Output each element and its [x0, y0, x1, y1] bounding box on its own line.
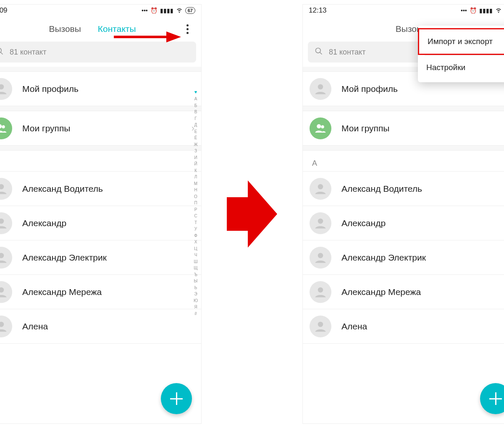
contact-row[interactable]: Александр Электрик — [303, 240, 504, 275]
contact-row[interactable]: Александр Электрик — [0, 240, 201, 275]
index-letter[interactable]: Ё — [194, 135, 197, 141]
my-groups-row[interactable]: Мои группы › — [0, 111, 201, 146]
contact-name: Александр Электрик — [341, 253, 426, 263]
index-letter[interactable]: М — [194, 180, 197, 187]
index-letter[interactable]: Е — [194, 128, 197, 135]
battery-icon: 67 — [185, 7, 195, 14]
index-letter[interactable]: К — [194, 167, 197, 174]
index-letter[interactable]: З — [194, 148, 197, 154]
contact-row[interactable]: Александ Водитель — [0, 172, 201, 206]
contact-row[interactable]: Александр Мережа — [303, 275, 504, 309]
index-letter[interactable]: И — [194, 154, 197, 161]
index-letter[interactable]: Ъ — [194, 271, 197, 278]
divider-strip — [303, 146, 504, 151]
index-letter[interactable]: Ь — [194, 284, 197, 291]
add-contact-fab[interactable] — [161, 383, 192, 414]
alarm-icon: ⏰ — [150, 7, 158, 14]
index-letter[interactable]: Щ — [194, 265, 197, 271]
svg-point-5 — [0, 124, 2, 128]
contact-name: Александр Мережа — [341, 287, 421, 297]
my-groups-label: Мои группы — [341, 123, 389, 133]
dots-icon: ••• — [142, 7, 148, 14]
svg-point-11 — [0, 321, 4, 327]
phone-screen-left: 11:09 ••• ⏰ ▮▮▮▮ 67 Вызовы Контакты — [0, 4, 202, 424]
add-contact-fab[interactable] — [480, 383, 504, 414]
index-letter[interactable]: Э — [194, 291, 197, 298]
phone-screen-right: 12:13 ••• ⏰ ▮▮▮▮ 61 Вызовы 81 контакт — [302, 4, 504, 424]
avatar-icon — [310, 247, 331, 269]
search-icon — [0, 47, 4, 57]
my-groups-row[interactable]: Мои группы › — [303, 111, 504, 146]
status-icons: ••• ⏰ ▮▮▮▮ 67 — [142, 7, 195, 15]
contact-name: Алена — [22, 321, 48, 331]
svg-point-18 — [318, 184, 323, 189]
avatar-icon — [0, 281, 12, 303]
avatar-icon — [0, 178, 12, 200]
svg-point-21 — [318, 287, 323, 292]
svg-point-7 — [0, 184, 4, 189]
contact-row[interactable]: Алена — [0, 309, 201, 344]
contact-name: Александр Электрик — [22, 253, 107, 263]
menu-settings[interactable]: Настройки — [418, 55, 504, 80]
index-letter[interactable]: Ж — [194, 141, 197, 148]
index-letter[interactable]: Ц — [194, 245, 197, 252]
avatar-icon — [310, 316, 331, 337]
my-profile-label: Мой профиль — [22, 84, 79, 94]
wifi-icon — [495, 7, 502, 15]
index-letter[interactable]: Ш — [194, 258, 197, 265]
svg-point-19 — [318, 218, 323, 224]
tab-contacts[interactable]: Контакты — [98, 24, 136, 34]
index-letter[interactable]: Й — [194, 161, 197, 167]
alpha-index-rail[interactable]: ♥ АБВГДЕЁЖЗИЙКЛМНОПРСТУФХЦЧШЩЪЫЬЭЮЯ# — [192, 89, 200, 317]
avatar-icon — [310, 212, 331, 234]
my-profile-label: Мой профиль — [341, 84, 398, 94]
search-bar[interactable]: 81 контакт — [0, 42, 196, 63]
contact-row[interactable]: Александр — [0, 206, 201, 240]
index-letter[interactable]: Х — [194, 239, 197, 245]
svg-point-13 — [316, 48, 321, 53]
contact-name: Александ Водитель — [22, 184, 103, 194]
index-letter[interactable]: Г — [194, 115, 197, 122]
my-profile-row[interactable]: Мой профиль — [0, 72, 201, 106]
index-letter[interactable]: П — [194, 200, 197, 206]
index-letter[interactable]: О — [194, 193, 197, 200]
contact-row[interactable]: Александ Водитель — [303, 172, 504, 206]
svg-point-4 — [0, 84, 4, 89]
index-letter[interactable]: Т — [194, 219, 197, 226]
index-letter[interactable]: Б — [194, 102, 197, 109]
section-header: A — [303, 151, 504, 172]
index-letter[interactable]: Ы — [194, 278, 198, 284]
index-letter[interactable]: В — [194, 109, 197, 115]
index-letter[interactable]: Л — [194, 174, 197, 180]
my-groups-label: Мои группы — [22, 123, 70, 133]
heart-icon[interactable]: ♥ — [194, 89, 197, 96]
menu-import-export[interactable]: Импорт и экспорт — [418, 28, 504, 55]
index-letter[interactable]: Ч — [194, 252, 197, 258]
svg-point-17 — [321, 125, 324, 128]
index-letter[interactable]: Ф — [194, 232, 197, 239]
index-letter[interactable]: Н — [194, 187, 197, 193]
section-header: A — [0, 151, 201, 172]
avatar-profile — [0, 78, 12, 100]
index-letter[interactable]: У — [194, 226, 197, 232]
tab-calls[interactable]: Вызовы — [49, 24, 81, 34]
index-letter[interactable]: А — [194, 96, 197, 102]
status-icons: ••• ⏰ ▮▮▮▮ 61 — [461, 7, 504, 15]
index-letter[interactable]: С — [194, 213, 197, 219]
contact-row[interactable]: Александр Мережа — [0, 275, 201, 309]
annotation-arrow-big — [227, 180, 277, 248]
contact-row[interactable]: Александр — [303, 206, 504, 240]
contact-name: Алена — [341, 321, 367, 331]
index-letter[interactable]: # — [194, 311, 197, 317]
status-bar: 12:13 ••• ⏰ ▮▮▮▮ 61 — [303, 5, 504, 16]
svg-marker-12 — [227, 180, 277, 248]
index-letter[interactable]: Ю — [194, 298, 198, 304]
index-letter[interactable]: Д — [194, 122, 197, 128]
index-letter[interactable]: Я — [194, 304, 197, 311]
index-letter[interactable]: Р — [194, 206, 197, 213]
more-button[interactable] — [181, 23, 194, 35]
contact-row[interactable]: Алена — [303, 309, 504, 344]
groups-icon — [0, 117, 12, 139]
svg-point-22 — [318, 321, 323, 327]
avatar-icon — [310, 281, 331, 303]
